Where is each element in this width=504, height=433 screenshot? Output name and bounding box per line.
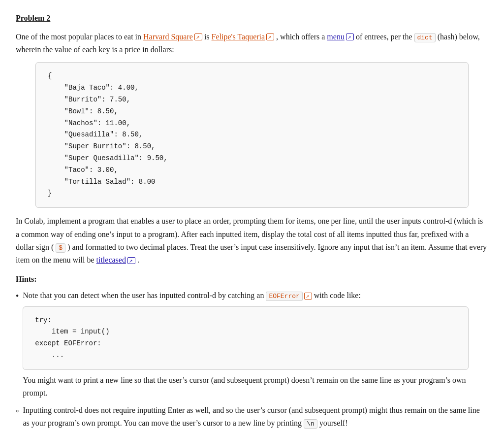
intro-after-link2: , which offers a: [276, 33, 327, 41]
menu-link[interactable]: menu: [327, 33, 345, 41]
hint1-extra-text: You might want to print a new line so th…: [23, 376, 466, 397]
problem-title: Problem 2: [16, 12, 488, 25]
dollar-sign-code: $: [56, 243, 65, 253]
menu-code-block: { "Baja Taco": 4.00, "Burrito": 7.50, "B…: [35, 62, 469, 208]
hint2-content: Inputting control-d does not require inp…: [23, 404, 488, 430]
bullet-dot-1: •: [16, 290, 19, 302]
hints-label: Hints:: [16, 273, 488, 286]
eoferror-badge: EOFError: [266, 292, 302, 301]
hint1-code-block: try: item = input() except EOFError: ...: [23, 306, 469, 370]
hint2-after-text: yourself!: [319, 419, 348, 427]
eoferror-external-icon: [304, 293, 312, 300]
hint2-before-text: Inputting control-d does not require inp…: [23, 406, 479, 427]
hint1-before-text: Note that you can detect when the user h…: [23, 291, 266, 300]
hint1-after-text: with code like:: [314, 291, 361, 300]
titlecased-external-icon: [127, 257, 135, 264]
description-end: .: [137, 256, 139, 264]
harvard-square-link[interactable]: Harvard Square: [143, 33, 193, 41]
harvard-square-external-icon: [194, 33, 202, 40]
hint1-item: • Note that you can detect when the user…: [16, 289, 488, 400]
newline-code: \n: [304, 419, 317, 429]
intro-paragraph: One of the most popular places to eat in…: [16, 31, 488, 57]
felipes-external-icon: [266, 33, 274, 40]
menu-external-icon: [346, 33, 354, 40]
dict-code-inline: dict: [414, 33, 436, 42]
titlecased-link[interactable]: titlecased: [96, 256, 126, 264]
bullet-dot-2: ◦: [16, 405, 19, 417]
description-after-dollar: ) and formatted to two decimal places. T…: [16, 243, 487, 264]
intro-between: is: [204, 33, 212, 41]
hint2-item: ◦ Inputting control-d does not require i…: [16, 404, 488, 430]
description-paragraph: In Colab, implement a program that enabl…: [16, 215, 488, 267]
intro-before-link1: One of the most popular places to eat in: [16, 33, 143, 41]
hint1-content: Note that you can detect when the user h…: [23, 289, 488, 400]
intro-after-link3: of entrees, per the: [356, 33, 414, 41]
felipes-taqueria-link[interactable]: Felipe's Taqueria: [212, 33, 265, 41]
page-container: Problem 2 One of the most popular places…: [16, 12, 488, 430]
